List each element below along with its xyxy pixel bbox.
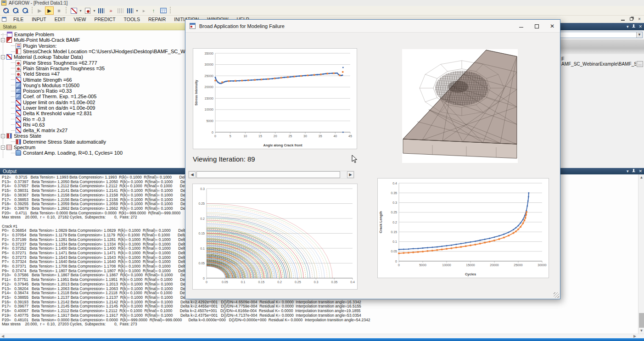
svg-text:35000: 35000 <box>205 52 214 55</box>
collapse-icon[interactable]: − <box>1 145 5 150</box>
tree-connector <box>11 153 15 153</box>
svg-text:35: 35 <box>319 134 322 138</box>
stress-intensity-chart: 0500010000150002000025000300003500005101… <box>193 48 357 149</box>
iteration-slider[interactable]: ◀ ▶ <box>188 171 354 179</box>
bamf-dialog: Broad Application for Modeling Failure ✕… <box>185 19 560 299</box>
svg-text:0.2: 0.2 <box>200 217 205 220</box>
menu-item-tools[interactable]: TOOLS <box>120 17 144 22</box>
mdi-minimize-button[interactable] <box>620 16 626 22</box>
tree-item-label: Coef. of Therm. Exp. =1.25e-005 <box>23 94 96 99</box>
chevron-down-icon[interactable]: ▾ <box>627 169 629 173</box>
spectrum-pause-button[interactable] <box>116 6 125 15</box>
browse-button[interactable]: ... <box>637 61 643 67</box>
propchart-icon <box>16 111 21 116</box>
crack-marker-dropdown[interactable]: ▾ <box>92 6 96 15</box>
menu-item-predict[interactable]: PREDICT <box>90 17 119 22</box>
mdi-restore-button[interactable] <box>628 16 634 22</box>
slider-left-icon[interactable]: ◀ <box>189 171 196 178</box>
zoom-in-button[interactable]: + <box>1 6 10 15</box>
tree-connector <box>11 108 15 108</box>
repair-button[interactable]: ▸ <box>140 6 148 15</box>
slider-right-icon[interactable]: ▶ <box>347 171 354 178</box>
output-horizontal-scrollbar[interactable]: ◀ ▶ <box>0 334 644 338</box>
propchart-icon <box>16 100 21 105</box>
form-icon <box>190 23 196 29</box>
pin-icon[interactable] <box>632 24 635 29</box>
scroll-down-icon[interactable]: ▼ <box>638 328 644 334</box>
document-icon[interactable] <box>2 17 6 22</box>
right-panel-text-fragment: F <box>561 56 564 61</box>
collapse-icon[interactable]: − <box>1 38 5 42</box>
svg-text:0.05: 0.05 <box>391 250 397 253</box>
cube-icon <box>16 94 21 99</box>
tree-item-label: Multi-Point Multi-Crack BAMF <box>14 37 80 43</box>
tree-item-label: Material (Lookup Tabular Data) <box>14 54 83 60</box>
menu-item-edit[interactable]: EDIT <box>50 17 70 22</box>
upload-button[interactable]: ↑ <box>149 6 158 15</box>
cycle-plot-button[interactable] <box>126 6 134 15</box>
close-icon[interactable]: ✕ <box>638 169 642 173</box>
status-bar <box>0 338 644 341</box>
tree-connector <box>11 91 15 91</box>
tree-item-label: Spectrum <box>14 145 35 150</box>
tree-item-label: Delta K threshold value =2.831 <box>23 111 92 116</box>
chevron-down-icon[interactable]: ▼ <box>636 32 642 38</box>
zoom-previous-button[interactable] <box>21 6 29 15</box>
tree-item-label: Lower limit on da/dn =1.00e-009 <box>23 105 95 111</box>
table-button[interactable] <box>159 6 168 15</box>
bamf-icon <box>6 37 12 43</box>
close-icon[interactable]: ✕ <box>638 25 642 29</box>
slider-thumb[interactable] <box>196 171 340 178</box>
svg-text:15: 15 <box>258 134 262 138</box>
tree-connector <box>11 74 15 74</box>
viewing-iteration-label: Viewing Iteration: 89 <box>193 155 255 163</box>
run-button[interactable]: ▶ <box>45 6 54 15</box>
maximize-button[interactable] <box>529 20 544 33</box>
tree-connector <box>11 45 15 46</box>
tree-item-label: Plane Stress Toughness =62.777 <box>23 60 97 66</box>
menu-item-file[interactable]: FILE <box>9 17 28 22</box>
svg-text:5: 5 <box>230 134 231 138</box>
dialog-title-bar[interactable]: Broad Application for Modeling Failure ✕ <box>185 20 560 33</box>
svg-text:15000: 15000 <box>466 263 475 267</box>
tree-item-label: Young's Modulus =10500 <box>23 83 79 88</box>
scroll-up-icon[interactable]: ▲ <box>638 174 644 180</box>
propred-icon <box>16 60 21 66</box>
propchart-icon <box>16 105 21 111</box>
svg-text:0.2: 0.2 <box>277 280 282 284</box>
resize-grip[interactable] <box>554 292 559 298</box>
tree-connector <box>11 68 15 68</box>
propchart-icon <box>16 117 21 122</box>
svg-text:0: 0 <box>203 277 205 280</box>
svg-text:Cycles: Cycles <box>465 272 476 276</box>
minimize-button[interactable] <box>513 20 529 33</box>
stop-button[interactable]: ■ <box>55 6 63 15</box>
beta-plot-button[interactable] <box>69 6 78 15</box>
cycle-plot-dropdown[interactable]: ▾ <box>135 6 139 15</box>
pin-icon[interactable] <box>632 169 635 173</box>
menu-item-view[interactable]: VIEW <box>70 17 90 22</box>
collapse-icon[interactable]: − <box>1 55 5 59</box>
mdi-close-button[interactable]: × <box>637 16 642 22</box>
menu-item-input[interactable]: INPUT <box>28 17 50 22</box>
tree-item-label: Plugin Version: <box>23 43 56 49</box>
spectrum-view-button[interactable] <box>97 6 106 15</box>
output-vertical-scrollbar[interactable]: ▲ ▼ <box>638 174 644 334</box>
chevron-down-icon[interactable]: ▾ <box>627 25 629 29</box>
svg-text:0.25: 0.25 <box>391 211 397 214</box>
toolbar-separator <box>31 7 34 14</box>
zoom-out-button[interactable]: - <box>11 6 20 15</box>
fast-forward-button[interactable]: » <box>106 6 115 15</box>
tree-item-label: Rlo = -0.3 <box>23 117 45 122</box>
step-button[interactable]: ▶ <box>35 6 44 15</box>
scrollbar-thumb[interactable] <box>639 313 644 328</box>
dialog-title: Broad Application for Modeling Failure <box>199 23 285 29</box>
crack-marker-button[interactable] <box>83 6 92 15</box>
svg-text:0.4: 0.4 <box>392 182 397 185</box>
svg-text:25000: 25000 <box>205 74 214 78</box>
beta-plot-dropdown[interactable]: ▾ <box>78 6 83 15</box>
collapse-icon[interactable]: − <box>1 134 5 138</box>
menu-item-repair[interactable]: REPAIR <box>144 17 170 22</box>
close-button[interactable]: ✕ <box>544 20 560 33</box>
tree-connector <box>1 34 6 35</box>
